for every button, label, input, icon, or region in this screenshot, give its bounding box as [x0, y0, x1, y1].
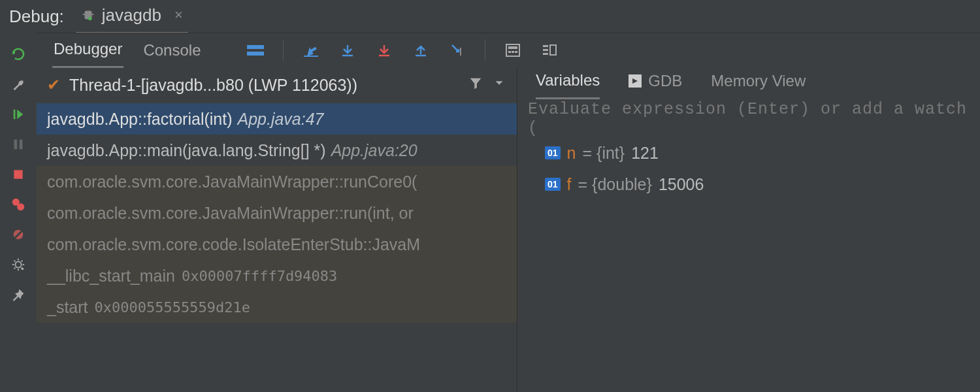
svg-rect-37 [550, 45, 556, 55]
step-out-icon[interactable] [412, 41, 430, 59]
stack-frame[interactable]: javagdb.App::main(java.lang.String[] *)A… [37, 135, 517, 166]
close-icon[interactable]: × [174, 7, 183, 24]
svg-rect-35 [543, 49, 548, 51]
stack-frame[interactable]: com.oracle.svm.core.code.IsolateEnterStu… [37, 229, 517, 260]
rerun-icon[interactable] [10, 46, 27, 63]
svg-rect-30 [508, 46, 517, 49]
tab-variables[interactable]: Variables [536, 71, 600, 99]
chevron-down-icon[interactable] [492, 76, 506, 94]
svg-rect-2 [91, 14, 93, 15]
bug-icon [81, 8, 95, 22]
settings-icon[interactable] [10, 256, 27, 273]
trace-icon[interactable] [540, 41, 559, 59]
svg-line-19 [14, 268, 16, 269]
svg-rect-33 [515, 51, 517, 53]
svg-rect-36 [543, 53, 548, 55]
thread-selector[interactable]: ✔ Thread-1-[javagdb...b80 (LWP 112063)) [37, 67, 517, 103]
tab-console[interactable]: Console [142, 33, 202, 67]
run-config-tab[interactable]: javagdb × [76, 0, 188, 33]
show-execution-point-icon[interactable] [302, 41, 320, 59]
svg-line-20 [22, 261, 23, 262]
svg-rect-4 [14, 110, 16, 120]
frames-panel: ✔ Thread-1-[javagdb...b80 (LWP 112063)) … [37, 67, 517, 392]
mute-breakpoints-icon[interactable] [10, 226, 27, 243]
layout-icon[interactable] [246, 41, 265, 59]
tab-debugger[interactable]: Debugger [52, 32, 123, 68]
wrench-icon[interactable] [10, 76, 27, 93]
svg-point-21 [22, 268, 24, 270]
svg-rect-23 [247, 52, 264, 56]
svg-rect-34 [543, 45, 548, 47]
stack-frame[interactable]: __libc_start_main0x00007ffff7d94083 [37, 260, 517, 291]
resume-icon[interactable] [10, 106, 27, 123]
pause-icon[interactable] [10, 136, 27, 153]
tab-gdb[interactable]: GDB [629, 72, 682, 98]
svg-line-17 [14, 261, 16, 262]
debug-label: Debug: [9, 7, 64, 27]
variable-row[interactable]: 01 n = {int} 121 [517, 137, 980, 169]
step-into-icon[interactable] [375, 41, 393, 59]
svg-rect-6 [20, 140, 23, 150]
variable-row[interactable]: 01 f = {double} 15006 [517, 169, 980, 200]
svg-rect-1 [83, 14, 85, 15]
primitive-badge-icon: 01 [545, 178, 561, 191]
stack-frame[interactable]: _start0x000055555559d21e [37, 291, 517, 323]
check-icon: ✔ [47, 76, 60, 94]
svg-point-3 [88, 17, 92, 21]
debug-gutter [0, 33, 37, 392]
svg-rect-32 [512, 51, 514, 53]
tab-memory-view[interactable]: Memory View [711, 72, 806, 98]
stack-frame[interactable]: com.oracle.svm.core.JavaMainWrapper::run… [37, 166, 517, 197]
svg-rect-22 [247, 45, 264, 49]
filter-icon[interactable] [468, 76, 483, 94]
primitive-badge-icon: 01 [545, 146, 561, 159]
step-over-icon[interactable] [338, 41, 357, 59]
frame-list: javagdb.App::factorial(int)App.java:47 j… [37, 103, 517, 392]
svg-point-12 [15, 261, 21, 267]
svg-rect-7 [14, 170, 22, 178]
svg-rect-29 [506, 44, 519, 56]
thread-label: Thread-1-[javagdb...b80 (LWP 112063)) [69, 76, 357, 95]
run-to-cursor-icon[interactable] [448, 41, 466, 59]
stack-frame[interactable]: javagdb.App::factorial(int)App.java:47 [37, 103, 517, 135]
breakpoints-icon[interactable] [10, 196, 27, 213]
evaluate-icon[interactable] [504, 41, 522, 59]
variables-panel: Variables GDB Memory View Evaluate expre… [517, 67, 980, 392]
evaluate-input[interactable]: Evaluate expression (Enter) or add a wat… [517, 103, 980, 135]
stack-frame[interactable]: com.oracle.svm.core.JavaMainWrapper::run… [37, 197, 517, 229]
run-config-name: javagdb [102, 5, 161, 25]
pin-icon[interactable] [10, 286, 27, 303]
debugger-toolbar: Debugger Console [37, 33, 980, 67]
svg-point-9 [17, 203, 24, 210]
svg-rect-31 [508, 51, 511, 53]
stop-icon[interactable] [10, 166, 27, 183]
svg-rect-5 [14, 140, 18, 150]
